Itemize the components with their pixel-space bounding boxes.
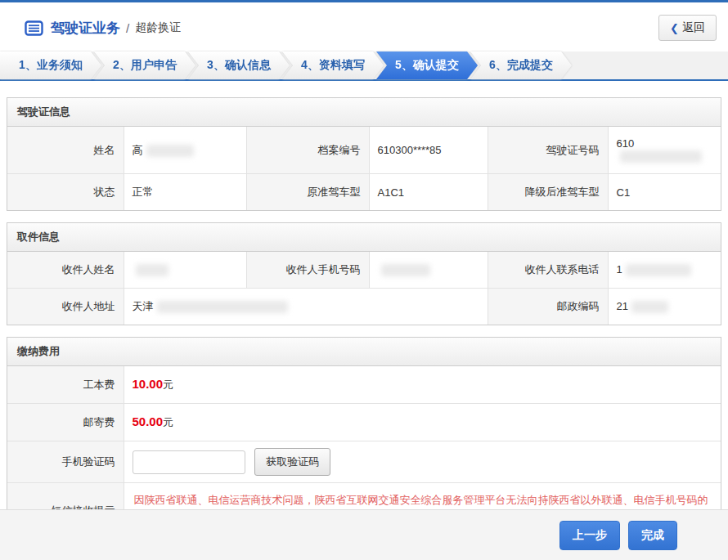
redaction-blur	[381, 264, 430, 276]
recipient-address-label: 收件人地址	[7, 289, 124, 325]
step-1-notice[interactable]: 1、业务须知	[0, 52, 101, 79]
file-no-label: 档案编号	[246, 127, 369, 174]
captcha-cell: 获取验证码	[124, 441, 721, 483]
pickup-info-table: 收件人姓名 收件人手机号码 收件人联系电话 1 收件人地址 天津 邮政编码 21	[7, 252, 721, 325]
finish-button[interactable]: 完成	[628, 521, 677, 550]
page-title: 驾驶证业务	[51, 19, 120, 38]
orig-type-label: 原准驾车型	[246, 174, 369, 211]
status-value: 正常	[124, 174, 246, 211]
recipient-phone-label: 收件人联系电话	[488, 252, 608, 289]
table-row: 收件人姓名 收件人手机号码 收件人联系电话 1	[7, 252, 721, 289]
step-2-declaration[interactable]: 2、用户申告	[94, 52, 195, 79]
downgraded-type-label: 降级后准驾车型	[488, 174, 608, 211]
orig-type-value: A1C1	[369, 174, 488, 211]
table-row: 收件人地址 天津 邮政编码 21	[7, 289, 721, 325]
recipient-phone-value: 1	[608, 252, 721, 289]
postal-code-label: 邮政编码	[488, 289, 608, 325]
document-list-icon	[25, 20, 43, 36]
step-5-confirm-submit[interactable]: 5、确认提交	[376, 52, 478, 79]
fee-amount: 10.00	[133, 377, 164, 391]
step-4-fill-data[interactable]: 4、资料填写	[282, 52, 384, 79]
breadcrumb-subtitle: 超龄换证	[135, 20, 181, 35]
postage-amount: 50.00	[133, 414, 164, 428]
recipient-mobile-value	[369, 252, 488, 289]
recipient-mobile-label: 收件人手机号码	[246, 252, 369, 289]
file-no-value: 610300****85	[369, 127, 488, 174]
captcha-input[interactable]	[133, 450, 245, 474]
fee-unit: 元	[163, 379, 173, 391]
redaction-blur	[157, 301, 288, 313]
page-header: 驾驶证业务 / 超龄换证 ❮ 返回	[0, 2, 728, 52]
redaction-blur	[631, 301, 668, 313]
step-3-confirm-info[interactable]: 3、确认信息	[188, 52, 290, 79]
recipient-name-value	[124, 252, 246, 289]
breadcrumb-separator: /	[126, 21, 129, 35]
license-info-table: 姓名 高 档案编号 610300****85 驾驶证号码 610 状态 正常 原…	[7, 127, 721, 210]
name-value: 高	[124, 127, 246, 174]
license-info-section: 驾驶证信息 姓名 高 档案编号 610300****85 驾驶证号码 610 状…	[7, 97, 721, 211]
table-row: 状态 正常 原准驾车型 A1C1 降级后准驾车型 C1	[7, 174, 721, 211]
step-navigation: 1、业务须知 2、用户申告 3、确认信息 4、资料填写 5、确认提交 6、完成提…	[0, 52, 728, 81]
license-no-label: 驾驶证号码	[488, 127, 608, 174]
recipient-address-value: 天津	[124, 289, 488, 325]
redaction-blur	[136, 264, 169, 276]
license-no-value: 610	[608, 127, 721, 174]
table-row: 邮寄费 50.00元	[7, 404, 721, 441]
chevron-left-icon: ❮	[670, 23, 679, 34]
redaction-blur	[146, 145, 194, 157]
fee-value: 10.00元	[124, 366, 721, 404]
postal-code-value: 21	[608, 289, 721, 325]
back-button[interactable]: ❮ 返回	[658, 15, 717, 41]
postage-unit: 元	[163, 416, 173, 428]
postage-value: 50.00元	[124, 404, 721, 441]
downgraded-type-value: C1	[608, 174, 721, 211]
table-row: 手机验证码 获取验证码	[7, 441, 721, 483]
pickup-section-title: 取件信息	[7, 223, 721, 252]
postage-label: 邮寄费	[7, 404, 124, 441]
pickup-info-section: 取件信息 收件人姓名 收件人手机号码 收件人联系电话 1 收件人地址 天津 邮政…	[7, 222, 721, 325]
redaction-blur	[626, 264, 691, 276]
get-captcha-button[interactable]: 获取验证码	[254, 448, 330, 476]
back-button-label: 返回	[682, 20, 705, 35]
step-6-complete[interactable]: 6、完成提交	[470, 52, 572, 79]
table-row: 工本费 10.00元	[7, 366, 721, 404]
table-row: 姓名 高 档案编号 610300****85 驾驶证号码 610	[7, 127, 721, 174]
redaction-blur	[620, 150, 702, 163]
name-label: 姓名	[7, 127, 124, 174]
previous-step-button[interactable]: 上一步	[559, 521, 620, 550]
status-label: 状态	[7, 174, 124, 211]
captcha-label: 手机验证码	[7, 441, 124, 483]
payment-section-title: 缴纳费用	[7, 338, 721, 366]
recipient-name-label: 收件人姓名	[7, 252, 124, 289]
fee-label: 工本费	[7, 366, 124, 404]
footer-action-bar: 上一步 完成	[0, 509, 728, 560]
license-section-title: 驾驶证信息	[7, 98, 721, 127]
